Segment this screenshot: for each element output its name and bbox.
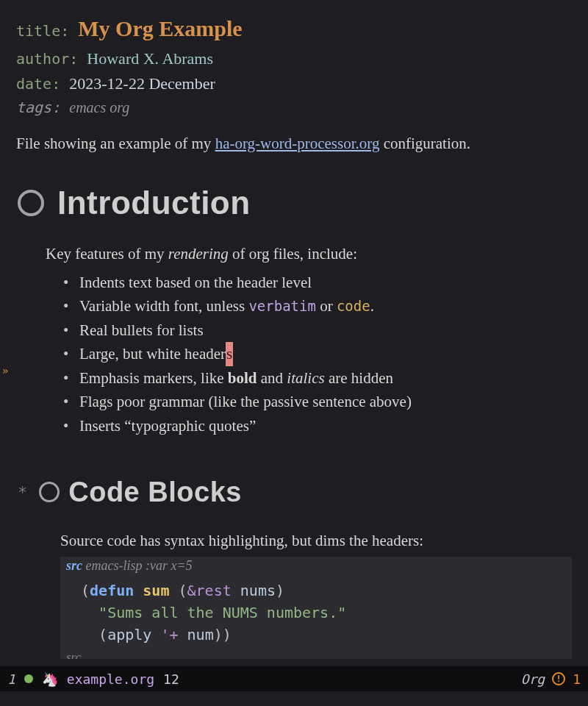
mode-line[interactable]: 1 🦄 example.org 12 Org ! 1	[0, 666, 588, 691]
meta-key-title: title:	[16, 22, 69, 40]
emacs-logo-icon: 🦄	[42, 671, 58, 687]
buffer-name[interactable]: example.org	[67, 671, 154, 687]
heading-introduction: Introduction	[57, 185, 251, 221]
document-title: My Org Example	[78, 16, 242, 40]
heading-code-blocks: Code Blocks	[68, 477, 242, 508]
flycheck-warning-icon[interactable]: !	[552, 672, 565, 685]
src-block-footer: src	[60, 650, 572, 659]
meta-key-date: date:	[16, 75, 60, 93]
list-item: Variable width font, unless verbatim or …	[63, 294, 572, 318]
feature-list: Indents text based on the header level V…	[63, 271, 572, 438]
meta-key-author: author:	[16, 50, 78, 68]
editor-buffer[interactable]: title: My Org Example author: Howard X. …	[0, 0, 588, 659]
src-block-header: src emacs-lisp :var x=5	[60, 557, 572, 575]
intro-text-post: configuration.	[379, 135, 470, 152]
minibuffer[interactable]	[0, 691, 588, 706]
list-item: Flags poor grammar (like the passive sen…	[63, 390, 572, 414]
intro-text-pre: File showing an example of my	[16, 135, 215, 152]
window-number: 1	[7, 671, 15, 687]
heading-codeblocks-row: * Code Blocks	[18, 477, 572, 508]
list-item: Indents text based on the header level	[63, 271, 572, 295]
flycheck-count: 1	[573, 671, 581, 687]
codeblocks-lead: Source code has syntax highlighting, but…	[60, 529, 572, 553]
verbatim-sample: verbatim	[248, 298, 316, 314]
modified-indicator-icon	[24, 674, 33, 683]
major-mode[interactable]: Org	[521, 671, 545, 687]
intro-lead: Key features of my rendering of org file…	[46, 242, 572, 266]
document-tags: emacs org	[69, 99, 129, 115]
meta-author-line: author: Howard X. Abrams	[16, 46, 572, 71]
meta-tags-line: tags: emacs org	[16, 96, 572, 119]
line-number: 12	[163, 671, 179, 687]
heading-bullet-icon	[18, 190, 44, 216]
org-star-icon: *	[18, 483, 27, 502]
document-author: Howard X. Abrams	[87, 49, 213, 68]
heading-introduction-row: Introduction	[18, 185, 572, 221]
meta-title-line: title: My Org Example	[16, 12, 572, 46]
list-item: Inserts “typographic quotes”	[63, 414, 572, 438]
list-item: Emphasis markers, like bold and italics …	[63, 366, 572, 391]
intro-paragraph: File showing an example of my ha-org-wor…	[16, 132, 572, 156]
config-link[interactable]: ha-org-word-processor.org	[215, 135, 380, 152]
list-item: Large, but white headers	[63, 342, 572, 366]
fringe-indicator-icon: »	[2, 365, 8, 377]
meta-key-tags: tags:	[16, 99, 60, 116]
document-date: 2023-12-22 December	[69, 74, 215, 93]
meta-date-line: date: 2023-12-22 December	[16, 71, 572, 96]
heading-bullet-icon	[39, 482, 60, 502]
text-cursor: s	[226, 342, 233, 366]
list-item: Real bullets for lists	[63, 318, 572, 343]
src-block-body[interactable]: (defun sum (&rest nums) "Sums all the NU…	[60, 575, 572, 650]
code-sample: code	[337, 298, 370, 314]
